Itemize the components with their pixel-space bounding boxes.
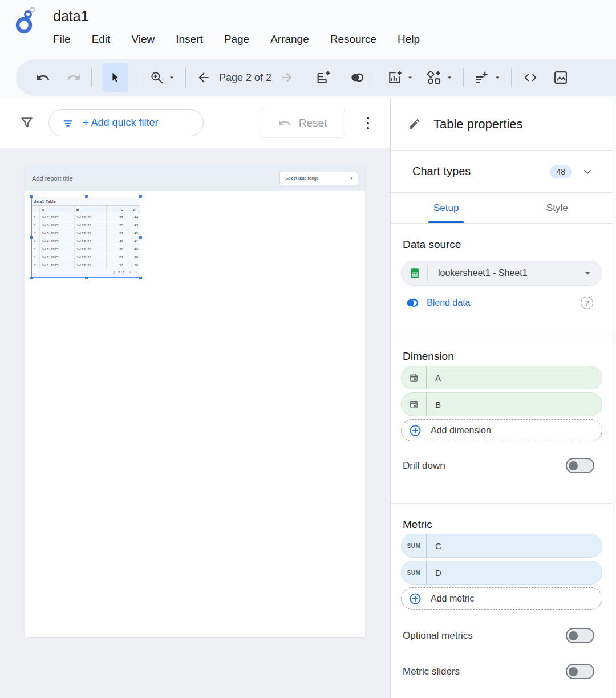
table-title: data1 Table xyxy=(32,197,140,206)
column-header[interactable]: B xyxy=(74,206,106,213)
resize-handle[interactable] xyxy=(139,277,142,279)
add-page-icon[interactable] xyxy=(315,70,331,86)
cell-a: Jul 2, 2025 xyxy=(39,253,74,261)
aggregation-label[interactable]: SUM xyxy=(407,570,420,576)
reset-button[interactable]: Reset xyxy=(260,108,345,138)
menu-item[interactable]: Page xyxy=(224,33,249,46)
page-title-bar: Add report title Select date range ▾ xyxy=(25,165,365,191)
cell-c: 81 xyxy=(106,253,125,261)
filter-funnel-icon[interactable] xyxy=(19,115,34,130)
metric-section: Metric SUM C SUM D Add metric xyxy=(391,504,613,679)
optional-metrics-label: Optional metrics xyxy=(403,630,473,642)
report-page[interactable]: Add report title Select date range ▾ xyxy=(25,165,365,637)
select-tool-button[interactable] xyxy=(102,63,128,92)
cell-c: 50 xyxy=(106,261,125,269)
resize-handle[interactable] xyxy=(30,195,33,198)
main-area: + Add quick filter Reset Add report titl… xyxy=(0,98,616,698)
add-chart-button[interactable] xyxy=(387,70,414,86)
menu-item[interactable]: View xyxy=(131,33,155,46)
table-chart-widget[interactable]: data1 Table A B C D↓ 1 xyxy=(31,197,140,278)
aggregation-label[interactable]: SUM xyxy=(407,543,420,549)
table-body: 1 Jul 7, 2025 Jul 23, 20.. 33 44 2 Jul 6… xyxy=(32,213,140,269)
embed-code-icon[interactable] xyxy=(522,70,539,85)
panel-tabs: Setup Style xyxy=(391,193,613,224)
add-dimension-button[interactable]: Add dimension xyxy=(401,419,602,441)
menu-item[interactable]: File xyxy=(53,33,71,46)
column-header[interactable]: C xyxy=(106,206,125,213)
pagination-prev-icon[interactable]: ‹ xyxy=(129,270,131,275)
report-title-placeholder[interactable]: Add report title xyxy=(32,175,73,182)
metric-field-chip[interactable]: SUM C xyxy=(401,534,602,558)
cell-d: 40 xyxy=(125,245,140,253)
resize-handle[interactable] xyxy=(85,277,88,279)
zoom-icon xyxy=(149,70,164,85)
pencil-icon xyxy=(408,117,421,131)
menu-item[interactable]: Arrange xyxy=(270,33,309,46)
dimension-field-chip[interactable]: A xyxy=(401,366,602,389)
resize-handle[interactable] xyxy=(30,277,33,279)
chevron-down-icon: ▾ xyxy=(350,176,352,181)
redo-icon[interactable] xyxy=(66,70,81,85)
panel-scrollbar-gutter[interactable] xyxy=(613,98,616,698)
toolbar-divider xyxy=(185,68,186,87)
previous-page-icon[interactable] xyxy=(196,70,211,85)
cell-a: Jul 6, 2025 xyxy=(39,221,74,229)
resize-handle[interactable] xyxy=(139,236,142,239)
drill-down-toggle[interactable] xyxy=(566,458,594,473)
add-community-visualization-button[interactable] xyxy=(426,70,453,86)
metric-heading: Metric xyxy=(403,518,602,531)
toolbar-divider xyxy=(91,68,92,87)
toolbar: Page 2 of 2 xyxy=(16,59,616,96)
drill-down-label: Drill down xyxy=(403,460,445,472)
resize-handle[interactable] xyxy=(85,195,88,198)
cell-a: Jul 7, 2025 xyxy=(39,213,74,221)
cell-d: 30 xyxy=(125,253,140,261)
table-pagination: 1 - 7 / 7 ‹ › xyxy=(32,269,140,276)
drill-down-row: Drill down xyxy=(401,458,602,473)
report-canvas[interactable]: Add report title Select date range ▾ xyxy=(0,149,390,698)
column-header-sorted[interactable]: D↓ xyxy=(125,206,140,213)
chevron-down-icon xyxy=(582,166,593,177)
pagination-next-icon[interactable]: › xyxy=(135,270,137,275)
menu-item[interactable]: Resource xyxy=(330,33,376,46)
help-icon[interactable]: ? xyxy=(581,297,593,309)
resize-handle[interactable] xyxy=(139,195,142,198)
menu-item[interactable]: Help xyxy=(398,33,420,46)
chevron-down-icon xyxy=(446,74,453,81)
looker-studio-logo-icon[interactable] xyxy=(14,6,38,34)
add-metric-button[interactable]: Add metric xyxy=(401,587,602,610)
row-number: 6 xyxy=(32,253,39,261)
dimension-field-chip[interactable]: B xyxy=(401,392,602,416)
chevron-down-icon xyxy=(407,74,414,81)
add-control-button[interactable] xyxy=(474,70,501,86)
zoom-tool[interactable] xyxy=(149,70,175,85)
app-header: data1 File Edit View Insert Page Arrange… xyxy=(0,0,616,59)
data-source-select[interactable]: lookersheet1 - Sheet1 xyxy=(401,261,602,286)
tab-style[interactable]: Style xyxy=(502,193,613,223)
metric-chips: SUM C SUM D xyxy=(401,534,602,585)
date-range-control[interactable]: Select date range ▾ xyxy=(279,172,358,185)
cell-b: Jul 23, 20.. xyxy=(74,237,106,245)
calendar-icon xyxy=(409,373,419,383)
menu-item[interactable]: Insert xyxy=(176,33,203,46)
blend-data-link[interactable]: Blend data xyxy=(427,298,471,308)
add-quick-filter-button[interactable]: + Add quick filter xyxy=(48,109,204,136)
column-header[interactable]: A xyxy=(39,206,74,213)
page-indicator[interactable]: Page 2 of 2 xyxy=(219,72,271,84)
chart-types-expander[interactable]: Chart types 48 xyxy=(391,151,613,193)
undo-icon[interactable] xyxy=(35,70,50,85)
menu-item[interactable]: Edit xyxy=(92,33,111,46)
more-options-menu[interactable] xyxy=(363,114,372,132)
tab-setup[interactable]: Setup xyxy=(391,193,502,223)
metric-sliders-toggle[interactable] xyxy=(566,664,594,679)
resize-handle[interactable] xyxy=(30,236,33,239)
document-title[interactable]: data1 xyxy=(53,8,89,25)
metric-field-chip[interactable]: SUM D xyxy=(401,561,602,585)
calendar-icon xyxy=(409,400,419,409)
cell-a: Jul 3, 2025 xyxy=(39,245,74,253)
blend-data-icon[interactable] xyxy=(348,70,366,85)
optional-metrics-toggle[interactable] xyxy=(566,628,594,643)
add-image-icon[interactable] xyxy=(553,70,569,86)
next-page-icon[interactable] xyxy=(279,70,294,85)
blend-data-row: Blend data ? xyxy=(401,294,602,311)
